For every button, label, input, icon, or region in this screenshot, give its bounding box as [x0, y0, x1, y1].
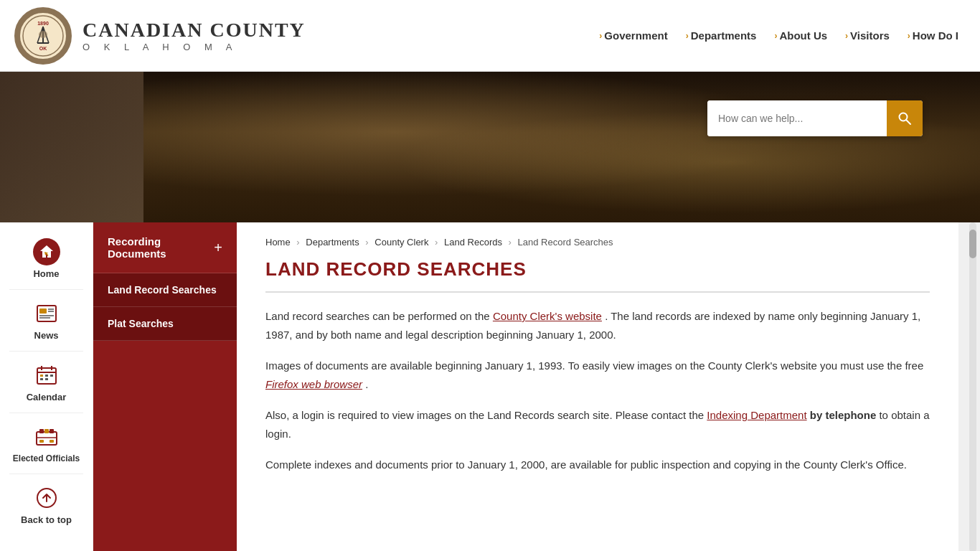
content-paragraph-3: Also, a login is required to view images… [265, 406, 930, 443]
sidebar-item-back-to-top[interactable]: Back to top [0, 476, 93, 534]
svg-rect-12 [37, 306, 56, 321]
indexing-department-link[interactable]: Indexing Department [707, 409, 806, 421]
svg-rect-29 [44, 429, 49, 433]
logo-area: 1890 OK CANADIAN COUNTY O K L A H O M A [14, 7, 306, 65]
plus-icon: + [214, 240, 222, 256]
paragraph-4-text: Complete indexes and documents prior to … [265, 458, 907, 471]
sidebar-divider-2 [9, 351, 83, 352]
sidebar-item-calendar[interactable]: Calendar [0, 353, 93, 411]
paragraph-3-text-before: Also, a login is required to view images… [265, 409, 707, 421]
sidebar-elected-officials-label: Elected Officials [13, 453, 80, 463]
nav-arrow-icon-3: › [774, 31, 777, 41]
nav-arrow-icon-4: › [845, 31, 848, 41]
breadcrumb-sep-3: › [435, 237, 438, 248]
breadcrumb-county-clerk[interactable]: County Clerk [374, 237, 428, 248]
svg-rect-28 [39, 429, 44, 433]
nav-arrow-icon-2: › [686, 31, 689, 41]
header: 1890 OK CANADIAN COUNTY O K L A H O M A … [0, 0, 980, 72]
left-sidebar: Home News [0, 222, 93, 551]
svg-rect-33 [50, 440, 54, 443]
search-button[interactable] [887, 100, 923, 136]
search-input[interactable] [707, 100, 887, 136]
svg-rect-13 [39, 309, 47, 314]
svg-rect-25 [40, 378, 43, 380]
scrollbar-thumb[interactable] [969, 230, 976, 258]
plat-searches-label: Plat Searches [108, 318, 174, 329]
content-paragraph-1: Land record searches can be performed on… [265, 307, 930, 344]
nav-government-label: Government [604, 29, 667, 42]
breadcrumb: Home › Departments › County Clerk › Land… [265, 237, 930, 248]
content-area: Home › Departments › County Clerk › Land… [237, 222, 958, 551]
paragraph-2-text: Images of documents are available beginn… [265, 359, 923, 372]
sidebar-home-label: Home [33, 268, 59, 279]
svg-rect-27 [37, 432, 57, 445]
sidebar-divider-4 [9, 474, 83, 474]
svg-rect-24 [50, 375, 53, 377]
search-icon [897, 111, 912, 126]
search-box-hero [707, 100, 923, 136]
land-record-searches-nav[interactable]: Land Record Searches [93, 273, 237, 307]
sidebar-calendar-label: Calendar [27, 392, 67, 402]
main-layout: Home News [0, 222, 980, 551]
breadcrumb-home[interactable]: Home [265, 237, 291, 248]
paragraph-2-end: . [365, 378, 368, 390]
page-title: LAND RECORD SEARCHES [265, 258, 930, 293]
firefox-link[interactable]: Firefox web browser [265, 378, 362, 390]
nav-arrow-icon-5: › [908, 31, 910, 41]
land-record-searches-label: Land Record Searches [108, 284, 217, 296]
content-body: Land record searches can be performed on… [265, 307, 930, 474]
breadcrumb-land-records[interactable]: Land Records [444, 237, 502, 248]
right-gutter [958, 222, 980, 551]
svg-rect-26 [45, 378, 48, 380]
breadcrumb-sep-1: › [296, 237, 299, 248]
recording-documents-label: Recording Documents [108, 235, 214, 260]
sidebar-divider-1 [9, 289, 83, 290]
sidebar-item-news[interactable]: News [0, 291, 93, 349]
svg-line-10 [906, 120, 910, 124]
breadcrumb-sep-2: › [365, 237, 368, 248]
paragraph-3-bold: by telephone [810, 409, 877, 421]
breadcrumb-sep-4: › [509, 237, 512, 248]
nav-about-us[interactable]: › About Us [767, 26, 834, 45]
nav-departments[interactable]: › Departments [679, 26, 764, 45]
nav-arrow-icon: › [599, 31, 602, 41]
sidebar-divider-3 [9, 413, 83, 413]
paragraph-1-text-before: Land record searches can be performed on… [265, 310, 493, 322]
sidebar-news-label: News [34, 330, 59, 341]
svg-text:1890: 1890 [37, 21, 49, 26]
breadcrumb-current: Land Record Searches [518, 237, 613, 248]
logo-circle: 1890 OK [14, 7, 72, 65]
svg-text:OK: OK [39, 46, 47, 51]
nav-how-do-i[interactable]: › How Do I [900, 26, 966, 45]
svg-point-8 [39, 31, 47, 38]
back-to-top-icon [33, 484, 60, 512]
news-icon [33, 300, 60, 327]
header-nav: › Government › Departments › About Us › … [592, 26, 966, 45]
county-clerk-website-link[interactable]: County Clerk's website [493, 310, 602, 322]
hero-banner [0, 72, 980, 222]
home-icon [33, 238, 60, 265]
breadcrumb-departments[interactable]: Departments [306, 237, 359, 248]
nav-government[interactable]: › Government [592, 26, 674, 45]
hero-scene [143, 72, 980, 222]
recording-documents-nav[interactable]: Recording Documents + [93, 222, 237, 273]
calendar-icon [33, 362, 60, 389]
plat-searches-nav[interactable]: Plat Searches [93, 307, 237, 341]
svg-rect-22 [40, 375, 43, 377]
content-paragraph-4: Complete indexes and documents prior to … [265, 456, 930, 474]
nav-visitors-label: Visitors [850, 29, 890, 42]
nav-visitors[interactable]: › Visitors [838, 26, 897, 45]
elected-officials-icon [33, 423, 60, 451]
sidebar-item-elected-officials[interactable]: Elected Officials [0, 415, 93, 472]
red-sidebar: Recording Documents + Land Record Search… [93, 222, 237, 551]
scrollbar-track[interactable] [969, 222, 976, 551]
nav-about-us-label: About Us [779, 29, 827, 42]
logo-subtitle: O K L A H O M A [83, 42, 306, 52]
svg-rect-23 [45, 375, 48, 377]
sidebar-item-home[interactable]: Home [0, 230, 93, 288]
logo-text: CANADIAN COUNTY O K L A H O M A [83, 19, 306, 52]
nav-departments-label: Departments [691, 29, 757, 42]
sidebar-back-to-top-label: Back to top [21, 514, 72, 525]
svg-rect-30 [50, 429, 54, 433]
svg-rect-32 [39, 440, 44, 443]
